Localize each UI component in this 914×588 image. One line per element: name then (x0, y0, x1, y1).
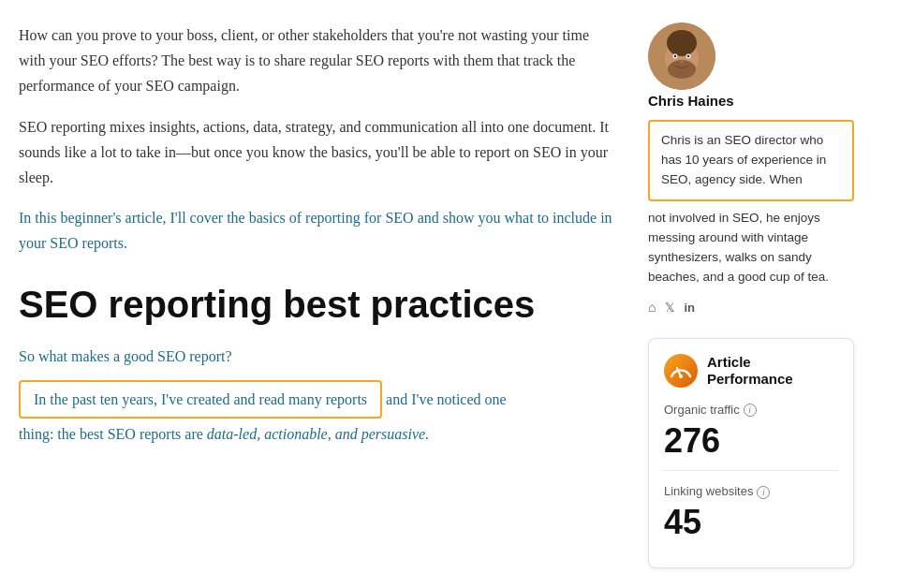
svg-point-8 (680, 61, 684, 63)
svg-point-7 (687, 55, 690, 58)
highlighted-quote: In the past ten years, I've created and … (19, 380, 382, 419)
svg-point-11 (679, 375, 683, 378)
intro-paragraph-2: SEO reporting mixes insights, actions, d… (19, 114, 618, 191)
author-social-links: ⌂ 𝕏 in (648, 298, 854, 318)
metric1-info-icon[interactable]: i (744, 404, 757, 417)
main-content: How can you prove to your boss, client, … (19, 22, 618, 568)
subheading-link[interactable]: So what makes a good SEO report? (19, 345, 618, 369)
following-text: and I've noticed one (382, 391, 507, 407)
author-name: Chris Haines (648, 90, 854, 112)
home-icon[interactable]: ⌂ (648, 298, 656, 318)
ap-divider (664, 470, 838, 471)
metric2-info-icon[interactable]: i (757, 486, 770, 499)
sidebar: Chris Haines Chris is an SEO director wh… (648, 22, 854, 568)
author-bio-highlighted: Chris is an SEO director who has 10 year… (648, 120, 854, 201)
intro-paragraph-1: How can you prove to your boss, client, … (19, 22, 618, 99)
ap-title: Article Performance (707, 354, 793, 388)
author-section: Chris Haines Chris is an SEO director wh… (648, 22, 854, 319)
ap-gauge-icon (664, 354, 698, 388)
linkedin-icon[interactable]: in (684, 299, 695, 318)
quote-block: In the past ten years, I've created and … (19, 387, 618, 412)
svg-point-2 (667, 30, 697, 56)
section-heading: SEO reporting best practices (19, 283, 618, 326)
author-bio-overflow: not involved in SEO, he enjoys messing a… (648, 209, 854, 287)
ap-metric2-value: 45 (664, 504, 838, 541)
article-performance-widget: Article Performance Organic traffic i 27… (648, 338, 854, 568)
svg-point-6 (674, 55, 677, 58)
bottom-line: thing: the best SEO reports are data-led… (19, 421, 618, 447)
twitter-icon[interactable]: 𝕏 (665, 299, 674, 318)
ap-metric1-label: Organic traffic i (664, 401, 838, 420)
avatar (648, 22, 715, 90)
ap-metric2-label: Linking websites i (664, 482, 838, 502)
intro-paragraph-3: In this beginner's article, I'll cover t… (19, 205, 618, 256)
ap-metric1-value: 276 (664, 422, 838, 460)
ap-header: Article Performance (664, 354, 838, 388)
